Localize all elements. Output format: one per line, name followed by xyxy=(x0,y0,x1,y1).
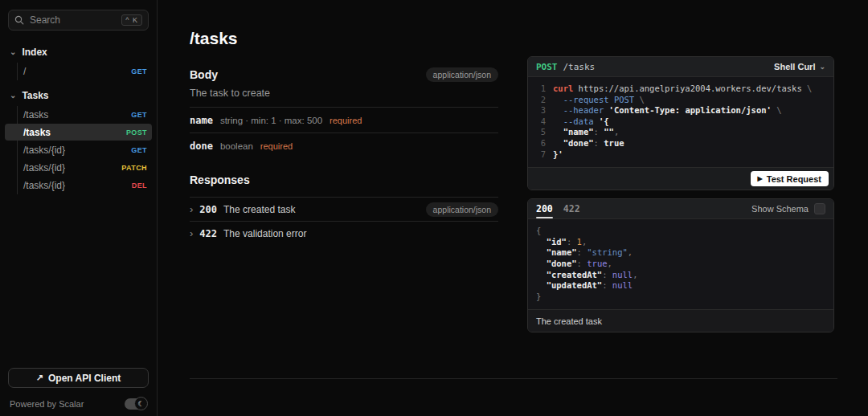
sidebar-item-get[interactable]: /GET xyxy=(5,63,152,80)
line-number: 6 xyxy=(536,138,546,149)
responses-list: ›200The created taskapplication/json›422… xyxy=(190,197,498,245)
line-number: 2 xyxy=(536,95,546,106)
endpoint-doc-column: Body application/json The task to create… xyxy=(190,67,498,245)
moon-icon: ☾ xyxy=(134,397,148,410)
response-code: 422 xyxy=(199,228,217,239)
code-line: "createdAt": null, xyxy=(536,270,825,281)
endpoint-path: /tasks/{id} xyxy=(23,145,65,156)
code-line: 4 --data '{ xyxy=(536,116,825,128)
response-code-block: { "id": 1, "name": "string", "done": tru… xyxy=(528,219,833,309)
sidebar-footer: ↗ Open API Client Powered by Scalar ☾ xyxy=(0,360,157,416)
method-badge: DEL xyxy=(132,181,147,190)
line-number: 5 xyxy=(536,127,546,138)
code-line: 3 --header 'Content-Type: application/js… xyxy=(536,105,825,116)
page-title: /tasks xyxy=(190,29,238,48)
client-selector-label: Shell Curl xyxy=(774,62,815,71)
line-number: 7 xyxy=(536,149,546,161)
sidebar-item-tasks-id-del[interactable]: /tasks/{id}DEL xyxy=(5,177,152,194)
field-type: string · min: 1 · max: 500 xyxy=(220,116,322,125)
response-row-422[interactable]: ›422The validation error xyxy=(190,221,498,245)
sidebar-group-items: /GET xyxy=(0,61,157,84)
open-api-client-label: Open API Client xyxy=(48,373,121,384)
search-placeholder: Search xyxy=(30,14,60,26)
endpoint-path: /tasks xyxy=(23,109,48,120)
sidebar-nav: ⌄Index/GET⌄Tasks/tasksGET/tasksPOST/task… xyxy=(0,40,157,360)
show-schema-toggle[interactable]: Show Schema xyxy=(751,203,825,214)
endpoint-path: /tasks/{id} xyxy=(23,162,65,173)
response-description: The validation error xyxy=(223,228,306,239)
request-code-block: 1curl https://api.angelpriya2004.workers… xyxy=(528,77,833,167)
code-line: "done": true, xyxy=(536,259,825,270)
line-number: 1 xyxy=(536,84,546,95)
search-input[interactable]: Search ^ K xyxy=(8,10,149,31)
external-link-icon: ↗ xyxy=(36,373,43,383)
code-line: "id": 1, xyxy=(536,237,825,248)
response-description: The created task xyxy=(223,204,295,215)
chevron-down-icon: ⌄ xyxy=(819,63,825,71)
field-name: done xyxy=(190,141,213,152)
code-line: 6 "done": true xyxy=(536,138,825,149)
body-description: The task to create xyxy=(190,88,498,99)
sidebar: Search ^ K ⌄Index/GET⌄Tasks/tasksGET/tas… xyxy=(0,0,158,416)
request-example-panel: POST /tasks Shell Curl ⌄ 1curl https://a… xyxy=(527,56,834,190)
sidebar-item-tasks-post[interactable]: /tasksPOST xyxy=(5,124,152,141)
response-code: 200 xyxy=(199,204,217,215)
sidebar-item-tasks-id-patch[interactable]: /tasks/{id}PATCH xyxy=(5,159,152,176)
response-tabs: 200422 xyxy=(536,199,580,218)
line-number: 3 xyxy=(536,105,546,116)
sidebar-group-label: Index xyxy=(22,47,47,58)
field-required-badge: required xyxy=(260,141,293,151)
test-request-label: Test Request xyxy=(767,174,821,184)
chevron-right-icon: › xyxy=(190,228,193,239)
sidebar-group-index[interactable]: ⌄Index xyxy=(0,43,157,61)
section-divider xyxy=(190,378,837,379)
response-footer-description: The created task xyxy=(536,316,602,326)
chevron-right-icon: › xyxy=(190,204,193,214)
response-row-200[interactable]: ›200The created taskapplication/json xyxy=(190,197,498,221)
field-type: boolean xyxy=(220,141,253,151)
code-line: "updatedAt": null xyxy=(536,280,825,292)
example-column: POST /tasks Shell Curl ⌄ 1curl https://a… xyxy=(527,56,834,332)
responses-heading: Responses xyxy=(190,173,498,186)
method-badge: GET xyxy=(131,111,147,119)
body-fields: namestring · min: 1 · max: 500requireddo… xyxy=(190,107,498,158)
search-shortcut: ^ K xyxy=(121,14,142,26)
client-selector[interactable]: Shell Curl ⌄ xyxy=(774,62,825,71)
request-method: POST xyxy=(536,62,558,72)
code-line: } xyxy=(536,292,825,303)
field-required-badge: required xyxy=(330,116,362,125)
method-badge: POST xyxy=(126,128,147,137)
response-example-panel: 200422 Show Schema { "id": 1, "name": "s… xyxy=(527,198,834,332)
play-icon: ▶ xyxy=(758,176,763,182)
code-line: 2 --request POST \ xyxy=(536,95,825,106)
powered-by-label: Powered by Scalar xyxy=(10,399,84,409)
response-tab-422[interactable]: 422 xyxy=(563,199,580,218)
code-line: 7}' xyxy=(536,149,825,161)
dark-mode-toggle[interactable]: ☾ xyxy=(125,398,147,410)
response-tab-200[interactable]: 200 xyxy=(536,199,553,218)
sidebar-item-tasks-get[interactable]: /tasksGET xyxy=(5,106,152,123)
endpoint-path: /tasks/{id} xyxy=(23,180,65,191)
schema-checkbox-icon xyxy=(814,203,825,214)
content-type-badge: application/json xyxy=(426,67,498,82)
body-section-heading: Body xyxy=(190,68,218,81)
test-request-button[interactable]: ▶ Test Request xyxy=(751,171,829,186)
sidebar-group-label: Tasks xyxy=(22,90,48,101)
chevron-down-icon: ⌄ xyxy=(10,92,16,100)
open-api-client-button[interactable]: ↗ Open API Client xyxy=(8,368,149,388)
endpoint-path: / xyxy=(23,66,26,77)
request-path: /tasks xyxy=(563,62,596,72)
body-field-name: namestring · min: 1 · max: 500required xyxy=(190,107,498,133)
sidebar-group-tasks[interactable]: ⌄Tasks xyxy=(0,87,157,104)
content-type-badge: application/json xyxy=(426,202,498,217)
sidebar-group-items: /tasksGET/tasksPOST/tasks/{id}GET/tasks/… xyxy=(0,104,157,198)
body-field-done: donebooleanrequired xyxy=(190,133,498,158)
endpoint-path: /tasks xyxy=(23,127,51,138)
method-badge: GET xyxy=(131,146,147,154)
search-icon xyxy=(14,15,24,25)
code-line: 5 "name": "", xyxy=(536,127,825,138)
method-badge: PATCH xyxy=(121,164,147,172)
code-line: { xyxy=(536,226,825,237)
sidebar-item-tasks-id-get[interactable]: /tasks/{id}GET xyxy=(5,141,152,158)
method-badge: GET xyxy=(131,67,147,75)
